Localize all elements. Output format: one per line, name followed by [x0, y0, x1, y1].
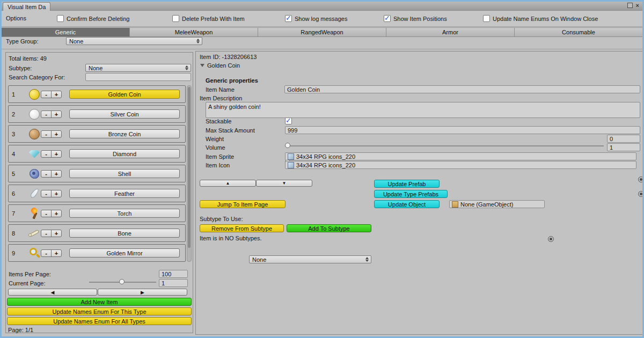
tab-meleeweapon[interactable]: MeleeWeapon — [130, 28, 258, 36]
increase-position-button[interactable]: + — [51, 170, 62, 178]
item-sprite-object-field[interactable]: 34x34 RPG icons_220 — [285, 152, 636, 160]
increase-position-button[interactable]: + — [51, 210, 62, 217]
move-item-down-button[interactable]: ▼ — [256, 180, 312, 187]
slider-thumb[interactable] — [119, 279, 125, 284]
stackable-checkbox[interactable] — [285, 117, 292, 124]
checkbox-icon[interactable] — [57, 15, 64, 22]
next-page-button[interactable]: ▶ — [98, 289, 187, 296]
decrease-position-button[interactable]: - — [41, 230, 52, 237]
item-name-button[interactable]: Diamond — [69, 149, 180, 158]
item-row[interactable]: 7 - + Torch — [8, 204, 186, 222]
toggle-delete-prefab-with-item[interactable]: Delete Prefab With Item — [172, 15, 245, 22]
tab-label: Armor — [442, 29, 458, 35]
item-row[interactable]: 2 - + Silver Coin — [8, 105, 186, 123]
search-category-input[interactable] — [85, 73, 191, 81]
item-name-button[interactable]: Feather — [69, 189, 180, 198]
item-icon-picker-icon[interactable] — [638, 191, 644, 197]
gold-coin-icon — [28, 88, 41, 101]
update-names-enum-all-types-button[interactable]: Update Names Enum For All Types — [7, 317, 192, 325]
item-row[interactable]: 9 - + Golden Mirror — [8, 244, 186, 262]
item-name-value: Golden Coin — [287, 86, 320, 93]
increase-position-button[interactable]: + — [51, 249, 62, 257]
object-picker-icon[interactable] — [548, 236, 554, 242]
previous-page-button[interactable]: ◀ — [8, 289, 97, 296]
item-foldout[interactable]: Golden Coin — [200, 62, 240, 69]
add-new-item-button[interactable]: Add New Item — [7, 298, 192, 306]
tab-armor[interactable]: Armor — [386, 28, 515, 36]
slider-thumb[interactable] — [285, 143, 290, 148]
item-icon-object-field[interactable]: 34x34 RPG icons_220 — [285, 161, 636, 169]
item-name-input[interactable]: Golden Coin — [284, 85, 640, 93]
move-item-up-button[interactable]: ▲ — [200, 180, 256, 187]
weight-input[interactable]: 0 — [607, 135, 640, 143]
checkbox-icon[interactable] — [483, 15, 490, 22]
decrease-position-button[interactable]: - — [41, 190, 52, 197]
decrease-position-button[interactable]: - — [41, 91, 52, 98]
item-name-button[interactable]: Golden Coin — [69, 90, 180, 99]
item-description-label: Item Description — [200, 95, 242, 101]
item-name-button[interactable]: Bone — [69, 229, 180, 238]
volume-input[interactable]: 1 — [607, 143, 640, 151]
checkbox-icon[interactable] — [285, 15, 292, 22]
decrease-position-button[interactable]: - — [41, 150, 52, 158]
item-description-textarea[interactable]: A shiny golden coin! — [206, 102, 640, 118]
current-page-input[interactable]: 1 — [159, 279, 188, 287]
item-sprite-picker-icon[interactable] — [638, 177, 644, 182]
items-per-page-input[interactable]: 100 — [159, 270, 188, 278]
subtype-to-use-dropdown[interactable]: None — [249, 255, 371, 263]
close-icon[interactable]: × — [636, 3, 639, 8]
button-label: Remove From Subtype — [211, 225, 272, 232]
item-name-button[interactable]: Golden Mirror — [69, 248, 180, 258]
scrollbar-thumb[interactable] — [188, 87, 191, 248]
decrease-position-button[interactable]: - — [41, 210, 52, 217]
update-type-prefabs-button[interactable]: Update Type Prefabs — [374, 190, 448, 198]
items-per-page-slider[interactable] — [89, 278, 156, 286]
increase-position-button[interactable]: + — [51, 230, 62, 237]
increase-position-button[interactable]: + — [51, 130, 62, 138]
jump-to-item-page-button[interactable]: Jump To Item Page — [200, 200, 286, 208]
item-name-button[interactable]: Bronze Coin — [69, 129, 180, 138]
update-object-field[interactable]: None (GameObject) — [449, 200, 545, 208]
max-stack-amount-input[interactable]: 999 — [285, 126, 640, 134]
checkbox-icon[interactable] — [172, 15, 179, 22]
toggle-show-log-messages[interactable]: Show log messages — [285, 15, 347, 22]
increase-position-button[interactable]: + — [51, 111, 62, 118]
item-row[interactable]: 5 - + Shell — [8, 165, 186, 182]
options-menu[interactable]: Options — [6, 15, 26, 21]
item-row[interactable]: 6 - + Feather — [8, 185, 186, 202]
item-name-button[interactable]: Shell — [69, 169, 180, 178]
maximize-icon[interactable] — [627, 3, 633, 8]
increase-position-button[interactable]: + — [51, 91, 62, 98]
item-list-scrollbar[interactable] — [187, 85, 192, 262]
tab-generic[interactable]: Generic — [2, 28, 130, 36]
update-object-button[interactable]: Update Object — [374, 200, 440, 208]
decrease-position-button[interactable]: - — [41, 130, 52, 138]
weight-label: Weight — [206, 136, 224, 142]
toggle-update-name-enums-on-close[interactable]: Update Name Enums On Window Close — [483, 15, 598, 22]
decrease-position-button[interactable]: - — [41, 170, 52, 178]
subtype-dropdown[interactable]: None — [85, 64, 191, 72]
item-row[interactable]: 1 - + Golden Coin — [8, 85, 186, 103]
checkbox-icon[interactable] — [384, 15, 391, 22]
window-tab[interactable]: Visual Item Da — [3, 2, 50, 11]
item-row[interactable]: 3 - + Bronze Coin — [8, 125, 186, 143]
weight-slider[interactable] — [285, 142, 604, 150]
increase-position-button[interactable]: + — [51, 150, 62, 158]
item-name-button[interactable]: Silver Coin — [69, 109, 180, 119]
add-to-subtype-button[interactable]: Add To Subtype — [287, 224, 371, 232]
remove-from-subtype-button[interactable]: Remove From Subtype — [200, 224, 284, 232]
item-row[interactable]: 4 - + Diamond — [8, 145, 186, 163]
increase-position-button[interactable]: + — [51, 190, 62, 197]
update-prefab-button[interactable]: Update Prefab — [374, 180, 440, 188]
item-row[interactable]: 8 - + Bone — [8, 224, 186, 242]
decrease-position-button[interactable]: - — [41, 249, 52, 257]
toggle-confirm-before-deleting[interactable]: Confirm Before Deleting — [57, 15, 129, 22]
update-names-enum-this-type-button[interactable]: Update Names Enum For This Type — [7, 307, 192, 315]
toggle-show-item-positions[interactable]: Show Item Positions — [384, 15, 447, 22]
tab-rangedweapon[interactable]: RangedWeapon — [258, 28, 386, 36]
item-name-button[interactable]: Torch — [69, 209, 180, 218]
toolbar: Options Confirm Before Deleting Delete P… — [2, 11, 642, 27]
tab-consumable[interactable]: Consumable — [515, 28, 642, 36]
decrease-position-button[interactable]: - — [41, 111, 52, 118]
type-group-dropdown[interactable]: None — [66, 37, 202, 45]
